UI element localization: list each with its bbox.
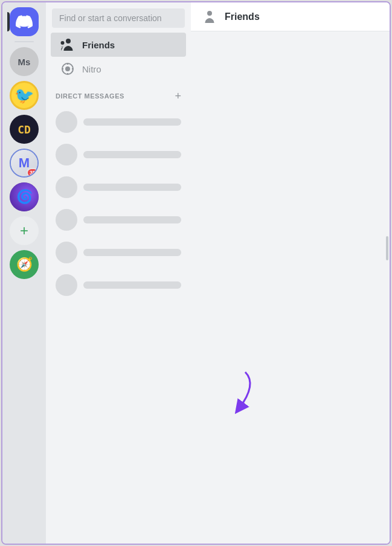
dm-list-item[interactable] <box>51 139 186 170</box>
dm-list-item[interactable] <box>51 106 186 138</box>
server-icon-ms[interactable]: Ms <box>10 47 39 76</box>
dm-name-1 <box>83 118 181 126</box>
dm-name-2 <box>83 151 181 158</box>
discord-logo-icon <box>16 13 33 30</box>
cd-label: CD <box>18 123 31 136</box>
main-header-title: Friends <box>225 11 260 22</box>
server-icon-cd[interactable]: CD <box>10 115 39 144</box>
scrollbar-track[interactable] <box>385 31 390 544</box>
purple-swirl-icon: 🌀 <box>10 182 39 211</box>
dm-avatar-5 <box>56 242 77 263</box>
friends-header-icon-svg <box>202 10 216 24</box>
main-content: Friends <box>191 2 390 544</box>
server-icon-duck[interactable]: 🐦 <box>10 81 39 110</box>
main-body <box>191 31 390 544</box>
m-badge: 35 <box>27 168 39 178</box>
duck-emoji: 🐦 <box>11 83 37 108</box>
server-divider <box>14 41 34 42</box>
server-icon-purple[interactable]: 🌀 <box>10 182 39 211</box>
nitro-nav-label: Nitro <box>82 64 101 74</box>
dm-avatar-6 <box>56 274 77 296</box>
server-icon-m[interactable]: M 35 <box>10 149 39 178</box>
server-icon-home[interactable] <box>10 7 39 36</box>
dm-section-header: DIRECT MESSAGES + <box>46 81 191 104</box>
svg-point-1 <box>65 66 70 71</box>
main-header: Friends <box>191 2 390 31</box>
arrow-svg <box>209 366 263 420</box>
dm-name-3 <box>83 184 181 191</box>
explore-icon-symbol: 🧭 <box>16 257 33 272</box>
dm-avatar-3 <box>56 176 77 198</box>
dm-list-item[interactable] <box>51 172 186 203</box>
nav-item-nitro[interactable]: Nitro <box>51 57 186 81</box>
ms-label: Ms <box>18 57 31 67</box>
search-placeholder: Find or start a conversation <box>59 13 162 23</box>
add-label: + <box>20 222 28 239</box>
dm-avatar-1 <box>56 111 77 133</box>
dm-list <box>46 104 191 544</box>
dm-section-title: DIRECT MESSAGES <box>56 92 124 100</box>
search-bar[interactable]: Find or start a conversation <box>52 8 185 28</box>
dm-avatar-4 <box>56 209 77 231</box>
friends-icon-svg <box>60 37 75 52</box>
nitro-nav-icon <box>60 62 75 76</box>
friends-header-icon <box>201 8 217 25</box>
dm-name-6 <box>83 281 181 289</box>
nitro-icon-svg <box>60 62 75 76</box>
server-home-wrapper <box>10 7 39 36</box>
dm-list-item[interactable] <box>51 204 186 236</box>
annotation-arrow <box>209 366 263 423</box>
friends-nav-icon <box>60 37 75 52</box>
nav-item-friends[interactable]: Friends <box>51 33 186 57</box>
dm-list-item[interactable] <box>51 237 186 268</box>
server-icon-explore[interactable]: 🧭 <box>10 250 39 279</box>
dm-add-button[interactable]: + <box>175 91 181 101</box>
server-icon-add[interactable]: + <box>10 216 39 245</box>
dm-list-item[interactable] <box>51 269 186 301</box>
dm-sidebar: Find or start a conversation Friends <box>46 2 191 544</box>
friends-nav-label: Friends <box>82 40 115 50</box>
server-sidebar: Ms 🐦 CD M 35 🌀 + 🧭 <box>2 2 46 544</box>
dm-avatar-2 <box>56 144 77 165</box>
dm-name-4 <box>83 216 181 223</box>
discord-window: Ms 🐦 CD M 35 🌀 + 🧭 Find or s <box>1 1 391 545</box>
dm-name-5 <box>83 249 181 256</box>
scrollbar-thumb <box>386 236 388 260</box>
